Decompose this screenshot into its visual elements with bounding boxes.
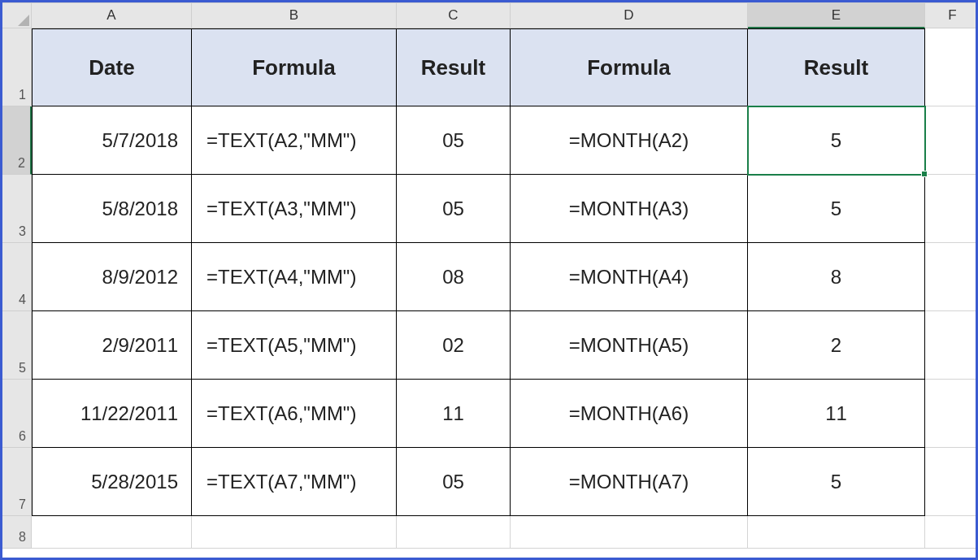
- cell-A8[interactable]: [32, 516, 192, 549]
- cell-E1[interactable]: Result: [748, 28, 925, 106]
- cell-D5[interactable]: =MONTH(A5): [511, 311, 748, 380]
- cell-E2-value: 5: [831, 129, 841, 152]
- cell-F4[interactable]: [925, 243, 978, 311]
- cell-D8[interactable]: [511, 516, 748, 549]
- cell-B1[interactable]: Formula: [192, 28, 397, 106]
- cell-E7[interactable]: 5: [748, 448, 925, 516]
- row-header-4[interactable]: 4: [2, 243, 32, 311]
- cell-D1[interactable]: Formula: [511, 28, 748, 106]
- row-header-7[interactable]: 7: [2, 448, 32, 516]
- cell-E8[interactable]: [748, 516, 925, 549]
- col-header-A[interactable]: A: [32, 2, 192, 28]
- cell-A3[interactable]: 5/8/2018: [32, 175, 192, 243]
- cell-C7[interactable]: 05: [397, 448, 511, 516]
- cell-B5[interactable]: =TEXT(A5,"MM"): [192, 311, 397, 380]
- cell-B3[interactable]: =TEXT(A3,"MM"): [192, 175, 397, 243]
- cell-B4[interactable]: =TEXT(A4,"MM"): [192, 243, 397, 311]
- row-header-6[interactable]: 6: [2, 380, 32, 448]
- cell-C5[interactable]: 02: [397, 311, 511, 380]
- cell-F3[interactable]: [925, 175, 978, 243]
- cell-C6[interactable]: 11: [397, 380, 511, 448]
- cell-F2[interactable]: [925, 106, 978, 175]
- row-header-5[interactable]: 5: [2, 311, 32, 380]
- cell-C4[interactable]: 08: [397, 243, 511, 311]
- col-header-B[interactable]: B: [192, 2, 397, 28]
- cell-E5[interactable]: 2: [748, 311, 925, 380]
- cell-A4[interactable]: 8/9/2012: [32, 243, 192, 311]
- cell-A6[interactable]: 11/22/2011: [32, 380, 192, 448]
- cell-E4[interactable]: 8: [748, 243, 925, 311]
- cell-C3[interactable]: 05: [397, 175, 511, 243]
- cell-D6[interactable]: =MONTH(A6): [511, 380, 748, 448]
- cell-C2[interactable]: 05: [397, 106, 511, 175]
- row-header-1[interactable]: 1: [2, 28, 32, 106]
- cell-B7[interactable]: =TEXT(A7,"MM"): [192, 448, 397, 516]
- cell-D4[interactable]: =MONTH(A4): [511, 243, 748, 311]
- col-header-C[interactable]: C: [397, 2, 511, 28]
- fill-handle[interactable]: [921, 171, 928, 177]
- cell-C8[interactable]: [397, 516, 511, 549]
- row-header-8[interactable]: 8: [2, 516, 32, 549]
- cell-A5[interactable]: 2/9/2011: [32, 311, 192, 380]
- cell-F6[interactable]: [925, 380, 978, 448]
- cell-A7[interactable]: 5/28/2015: [32, 448, 192, 516]
- cell-C1[interactable]: Result: [397, 28, 511, 106]
- cell-B8[interactable]: [192, 516, 397, 549]
- cell-E2[interactable]: 5: [748, 106, 925, 175]
- cell-D3[interactable]: =MONTH(A3): [511, 175, 748, 243]
- cell-D7[interactable]: =MONTH(A7): [511, 448, 748, 516]
- cell-A1[interactable]: Date: [32, 28, 192, 106]
- spreadsheet-frame: A B C D E F 1 Date Formula Result Formul…: [0, 0, 978, 560]
- cell-D2[interactable]: =MONTH(A2): [511, 106, 748, 175]
- col-header-F[interactable]: F: [925, 2, 978, 28]
- cell-F7[interactable]: [925, 448, 978, 516]
- cell-A2[interactable]: 5/7/2018: [32, 106, 192, 175]
- spreadsheet-grid: A B C D E F 1 Date Formula Result Formul…: [2, 2, 976, 549]
- row-header-2[interactable]: 2: [2, 106, 32, 175]
- cell-E3[interactable]: 5: [748, 175, 925, 243]
- row-header-3[interactable]: 3: [2, 175, 32, 243]
- cell-F5[interactable]: [925, 311, 978, 380]
- cell-F8[interactable]: [925, 516, 978, 549]
- select-all-corner[interactable]: [2, 2, 32, 28]
- cell-B2[interactable]: =TEXT(A2,"MM"): [192, 106, 397, 175]
- col-header-D[interactable]: D: [511, 2, 748, 28]
- svg-marker-0: [18, 15, 29, 26]
- cell-E6[interactable]: 11: [748, 380, 925, 448]
- cell-B6[interactable]: =TEXT(A6,"MM"): [192, 380, 397, 448]
- select-all-triangle-icon: [18, 15, 29, 26]
- cell-F1[interactable]: [925, 28, 978, 106]
- col-header-E[interactable]: E: [748, 2, 925, 28]
